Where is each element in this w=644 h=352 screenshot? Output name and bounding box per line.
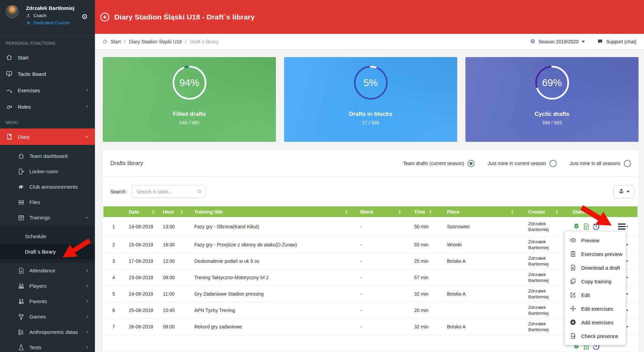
filter-radio-team-drafts-current-season[interactable]: Team drafts (current season)	[403, 160, 475, 167]
creator-cell	[518, 335, 562, 351]
stat-card-cyclic-drafts: 69%Cyclic drafts398 / 585	[465, 57, 639, 142]
donut-chart: 5%	[353, 65, 389, 100]
door-icon	[18, 168, 26, 175]
card-ratio: 27 / 585	[284, 120, 457, 125]
radio-button[interactable]	[549, 160, 557, 167]
sidebar-item-trainings[interactable]: Trainings	[0, 210, 95, 225]
support-chat-link[interactable]: Support (chat)	[597, 39, 636, 44]
time-cell	[405, 335, 436, 351]
book-icon	[6, 133, 14, 140]
donut-chart: 69%	[534, 65, 570, 100]
context-menu-item-label: Add exercises	[581, 320, 613, 325]
column-header-block[interactable]: Block	[352, 206, 405, 217]
chevron-right-icon	[85, 284, 89, 288]
sidebar-item-club-announcements[interactable]: Club announcements	[0, 179, 95, 194]
column-header-place[interactable]: Place	[436, 206, 518, 217]
context-menu-item-download-a-draft[interactable]: Download a draft	[565, 261, 626, 274]
avatar[interactable]	[6, 5, 19, 18]
sidebar-item-diary[interactable]: Diary	[0, 128, 95, 145]
sort-icon[interactable]	[511, 209, 514, 214]
column-header-creator[interactable]: Creator	[518, 206, 562, 217]
chevron-right-icon	[85, 104, 89, 109]
sidebar-item-files[interactable]: Files	[0, 194, 95, 210]
sidebar-item-tests[interactable]: Tests	[0, 340, 95, 352]
block-cell: -	[352, 269, 405, 286]
user-plan-link[interactable]: Dedicated Custom	[26, 20, 74, 25]
export-button[interactable]	[613, 185, 634, 198]
sidebar-item-roles[interactable]: Roles	[0, 98, 95, 115]
time-cell: 25 min	[405, 253, 436, 269]
exercises-icon	[6, 87, 14, 94]
column-header-training-title[interactable]: Training title	[187, 206, 352, 217]
sidebar-item-tactic-board[interactable]: Tactic Board	[0, 66, 95, 82]
column-header-date[interactable]: Date	[124, 206, 159, 217]
training-title-cell: APN Tychy Trening	[187, 302, 352, 319]
settings-gear-icon[interactable]: ⚙	[81, 13, 88, 20]
calendar-icon	[18, 214, 26, 221]
sidebar-item-draft-s-library[interactable]: Draft`s library	[0, 244, 95, 259]
context-menu-item-copy-training[interactable]: Copy training	[565, 274, 626, 288]
sort-icon[interactable]	[180, 209, 183, 214]
radio-button[interactable]	[467, 160, 475, 167]
sort-icon[interactable]	[345, 209, 348, 214]
radio-button[interactable]	[624, 160, 631, 167]
table-header-row: DateHourTraining titleBlockTimePlaceCrea…	[103, 206, 638, 217]
card-percent: 69%	[534, 65, 570, 100]
context-menu-item-check-presence[interactable]: Check presence	[565, 329, 626, 343]
context-menu-item-preview[interactable]: Preview	[565, 233, 626, 247]
row-actions-menu-button[interactable]	[618, 223, 629, 230]
hour-cell: 12:00	[159, 253, 187, 269]
search-input[interactable]	[131, 185, 206, 198]
sidebar-item-team-dashboard[interactable]: Team dashboard	[0, 148, 95, 164]
filter-radio-just-mine-in-current-season[interactable]: Just mine in current season	[488, 160, 557, 167]
sort-icon[interactable]	[152, 209, 155, 214]
sort-icon[interactable]	[555, 209, 558, 214]
download-icon	[570, 264, 576, 271]
search-label: Search:	[110, 189, 127, 194]
sidebar-item-label: Roles	[18, 104, 31, 110]
time-cell: 50 min	[405, 217, 436, 236]
sidebar-item-games[interactable]: Games	[0, 309, 95, 324]
sidebar-item-exercises[interactable]: Exercises	[0, 82, 95, 98]
sidebar-item-players[interactable]: Players	[0, 278, 95, 294]
sidebar-item-locker-room[interactable]: Locker-room	[0, 164, 95, 179]
column-label: Creator	[528, 209, 545, 215]
breadcrumb-item-start[interactable]: Start	[111, 39, 121, 44]
card-percent: 5%	[353, 65, 389, 100]
hour-cell: 11:00	[159, 286, 187, 302]
sidebar-item-label: Draft`s library	[25, 249, 56, 255]
hour-cell: 16:00	[159, 236, 187, 253]
sidebar-item-start[interactable]: Start	[0, 49, 95, 66]
home-icon	[18, 153, 26, 160]
flask-icon	[18, 344, 26, 351]
filter-radio-just-mine-in-all-seasons[interactable]: Just mine in all seasons	[570, 160, 631, 167]
table-row: 726-08-201808:00Rekord gry zadaniowe-32 …	[103, 319, 638, 335]
table-row: 625-08-201810:45APN Tychy Trening-20 min…	[103, 302, 638, 319]
sidebar-item-attendance[interactable]: Attendance	[0, 263, 95, 278]
sidebar-item-label: Tactic Board	[18, 71, 46, 77]
sidebar-item-parents[interactable]: Parents	[0, 294, 95, 309]
sidebar-item-schedule[interactable]: Schedule	[0, 229, 95, 244]
breadcrumb-item-draft-s-library: Draft`s library	[190, 39, 219, 44]
context-menu-item-add-exercises[interactable]: Add exercises	[565, 315, 626, 329]
breadcrumb-item-diary-stadion-l-ski-u18[interactable]: Diary Stadion Śląski U18	[129, 39, 182, 44]
context-menu-item-edit-exercises[interactable]: Edit exercises	[565, 302, 626, 315]
season-selector[interactable]: ⚙ Season 2019/2020	[530, 39, 585, 44]
sort-icon[interactable]	[429, 209, 432, 214]
chevron-right-icon	[85, 268, 89, 273]
context-menu-item-exercises-preview[interactable]: Exercises preview	[565, 247, 626, 261]
sidebar-item-label: Parents	[29, 298, 47, 304]
sidebar-item-anthropometric-datas[interactable]: Anthropometric datas	[0, 324, 95, 340]
column-header-time[interactable]: Time	[405, 206, 436, 217]
context-menu-item-label: Preview	[581, 238, 599, 243]
column-header-hour[interactable]: Hour	[159, 206, 187, 217]
context-menu-item-edit[interactable]: Edit	[565, 288, 626, 302]
user-panel: Zdrzałek Bartłomiej Coach Dedicated Cust…	[0, 0, 95, 36]
stat-card-filled-drafts: 94%Filled drafts546 / 585	[103, 57, 276, 142]
sidebar-item-label: Team dashboard	[29, 153, 68, 159]
row-number: 6	[103, 302, 124, 319]
chevron-down-icon	[582, 41, 585, 43]
block-cell: -	[352, 319, 405, 335]
sort-icon[interactable]	[398, 209, 401, 214]
back-icon[interactable]	[100, 12, 110, 22]
